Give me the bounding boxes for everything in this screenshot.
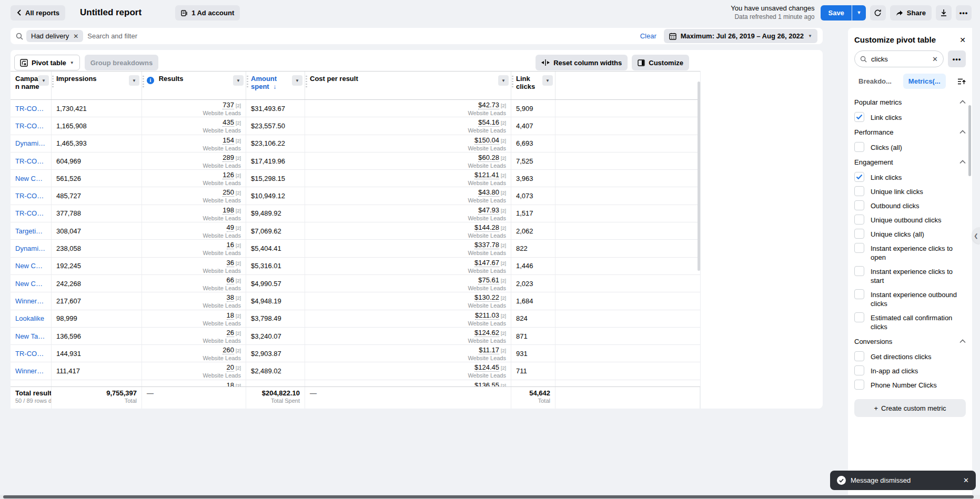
- drag-handle-icon[interactable]: [306, 76, 307, 87]
- checkbox[interactable]: [854, 365, 864, 375]
- cpr-value[interactable]: $54.16: [478, 118, 499, 127]
- share-button[interactable]: Share: [890, 5, 932, 21]
- campaign-link[interactable]: Dynamic ...: [15, 245, 46, 252]
- result-value[interactable]: 16: [227, 241, 234, 249]
- metrics-search-box[interactable]: ✕: [854, 50, 944, 67]
- cpr-value[interactable]: $150.04: [474, 136, 499, 145]
- refresh-button[interactable]: [870, 5, 886, 21]
- move-to-top-icon[interactable]: [957, 78, 966, 85]
- column-header-results[interactable]: i Results ▼: [142, 72, 246, 99]
- checkbox[interactable]: [854, 229, 864, 239]
- cpr-value[interactable]: $130.22: [474, 293, 499, 302]
- horizontal-scrollbar-thumb[interactable]: [3, 495, 974, 498]
- campaign-link[interactable]: TR-CONV-...: [15, 192, 46, 200]
- metric-checkbox-item[interactable]: Link clicks: [854, 110, 966, 124]
- column-menu-caret-icon[interactable]: ▼: [498, 75, 509, 86]
- filter-chip-had-delivery[interactable]: Had delivery ✕: [26, 30, 83, 42]
- column-header-link-clicks[interactable]: Link clicks ▼: [511, 72, 555, 99]
- checkbox[interactable]: [854, 142, 864, 152]
- checkbox[interactable]: [854, 351, 864, 361]
- column-header-amount-spent[interactable]: Amount spent ↓ ▼: [246, 72, 305, 99]
- result-value[interactable]: 154: [223, 136, 234, 145]
- metric-checkbox-item[interactable]: Phone Number Clicks: [854, 378, 966, 392]
- result-value[interactable]: 250: [223, 188, 234, 197]
- campaign-link[interactable]: Targeting...: [15, 227, 46, 235]
- metric-checkbox-item[interactable]: In-app ad clicks: [854, 363, 966, 378]
- campaign-link[interactable]: New Cam...: [15, 262, 46, 270]
- cpr-value[interactable]: $124.45: [474, 363, 499, 372]
- campaign-link[interactable]: Dynamic ...: [15, 139, 46, 147]
- checkbox[interactable]: [854, 243, 864, 253]
- cpr-value[interactable]: $42.73: [478, 101, 499, 109]
- checkbox-checked[interactable]: [854, 172, 864, 182]
- cpr-value[interactable]: $121.41: [474, 171, 499, 179]
- table-vertical-scrollbar[interactable]: [698, 82, 700, 271]
- column-menu-caret-icon[interactable]: ▼: [542, 75, 553, 86]
- column-header-cost-per-result[interactable]: Cost per result ▼: [305, 72, 511, 99]
- export-button[interactable]: [936, 5, 952, 21]
- column-menu-caret-icon[interactable]: ▼: [292, 75, 302, 86]
- drag-handle-icon[interactable]: [143, 76, 144, 87]
- result-value[interactable]: 435: [223, 118, 234, 127]
- close-panel-icon[interactable]: ✕: [959, 36, 966, 44]
- checkbox[interactable]: [854, 312, 864, 322]
- cpr-value[interactable]: $43.80: [478, 188, 499, 197]
- metric-checkbox-item[interactable]: Outbound clicks: [854, 198, 966, 212]
- cpr-value[interactable]: $75.61: [478, 276, 499, 284]
- campaign-link[interactable]: TR-CONV-...: [15, 350, 46, 358]
- cpr-value[interactable]: $47.93: [478, 206, 499, 215]
- ad-account-chip[interactable]: 1 Ad account: [175, 5, 240, 21]
- reset-column-widths-button[interactable]: Reset column widths: [536, 55, 628, 70]
- checkbox[interactable]: [854, 266, 864, 276]
- result-value[interactable]: 18: [227, 381, 234, 386]
- metric-section-header[interactable]: Engagement: [854, 154, 966, 170]
- horizontal-scrollbar[interactable]: [0, 495, 980, 499]
- metric-checkbox-item[interactable]: Instant experience clicks to start: [854, 264, 966, 287]
- all-reports-button[interactable]: All reports: [11, 5, 65, 21]
- metric-checkbox-item[interactable]: Instant experience outbound clicks: [854, 287, 966, 310]
- metric-checkbox-item[interactable]: Unique link clicks: [854, 184, 966, 198]
- clear-filters-link[interactable]: Clear: [640, 32, 656, 40]
- campaign-link[interactable]: TR-CONV-...: [15, 105, 46, 113]
- checkbox-checked[interactable]: [854, 112, 864, 122]
- panel-scrollbar[interactable]: [968, 105, 971, 176]
- more-options-button[interactable]: •••: [956, 5, 972, 21]
- checkbox[interactable]: [854, 380, 864, 390]
- campaign-link[interactable]: TR-CONV-...: [15, 157, 46, 165]
- result-value[interactable]: 66: [227, 276, 234, 284]
- checkbox[interactable]: [854, 186, 864, 196]
- dismiss-toast-icon[interactable]: ✕: [963, 476, 969, 484]
- column-menu-caret-icon[interactable]: ▼: [129, 75, 139, 86]
- cpr-value[interactable]: $211.03: [475, 311, 499, 320]
- drag-handle-icon[interactable]: [247, 76, 248, 87]
- result-value[interactable]: 38: [227, 293, 234, 302]
- campaign-link[interactable]: TR-CONV-...: [15, 122, 46, 130]
- metric-checkbox-item[interactable]: Unique clicks (all): [854, 227, 966, 241]
- column-header-campaign-name[interactable]: Campaign name ▼: [11, 72, 52, 99]
- metric-checkbox-item[interactable]: Estimated call confirmation clicks: [854, 310, 966, 333]
- cpr-value[interactable]: $11.17: [479, 346, 499, 354]
- save-options-caret[interactable]: ▼: [852, 5, 866, 21]
- checkbox[interactable]: [854, 289, 864, 299]
- metric-checkbox-item[interactable]: Unique outbound clicks: [854, 212, 966, 227]
- result-value[interactable]: 126: [223, 171, 234, 179]
- result-value[interactable]: 26: [227, 329, 234, 337]
- column-menu-caret-icon[interactable]: ▼: [38, 75, 49, 86]
- metric-checkbox-item[interactable]: Get directions clicks: [854, 349, 966, 363]
- result-value[interactable]: 260: [223, 346, 234, 354]
- cpr-value[interactable]: $136.55: [474, 381, 499, 386]
- create-custom-metric-button[interactable]: +Create custom metric: [854, 399, 966, 417]
- drag-handle-icon[interactable]: [512, 76, 513, 87]
- campaign-link[interactable]: New Cam...: [15, 280, 46, 288]
- info-icon[interactable]: i: [147, 77, 154, 84]
- campaign-link[interactable]: Winners E...: [15, 297, 46, 305]
- campaign-link[interactable]: Lookalike: [15, 314, 44, 322]
- campaign-link[interactable]: New Targ...: [15, 332, 46, 340]
- checkbox[interactable]: [854, 200, 864, 210]
- drag-handle-icon[interactable]: [52, 76, 54, 87]
- result-value[interactable]: 36: [227, 259, 234, 267]
- campaign-link[interactable]: Winners E...: [15, 367, 46, 375]
- metric-section-header[interactable]: Conversions: [854, 333, 966, 349]
- cpr-value[interactable]: $124.62: [474, 329, 499, 337]
- panel-more-options-button[interactable]: •••: [948, 50, 966, 67]
